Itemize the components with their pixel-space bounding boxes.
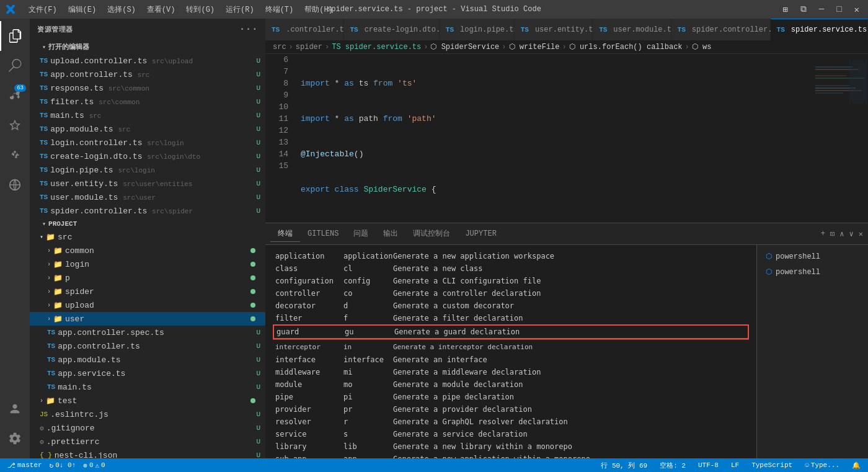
status-notification[interactable]: 🔔 xyxy=(849,461,863,470)
status-encoding[interactable]: UTF-8 xyxy=(696,461,721,469)
breadcrumb-ws[interactable]: ⬡ ws xyxy=(692,42,712,51)
menu-run[interactable]: 运行(R) xyxy=(221,3,259,16)
folder-p[interactable]: › 📁 p xyxy=(30,271,265,285)
breadcrumb-spider[interactable]: spider xyxy=(296,43,322,51)
open-file-create-login[interactable]: TS create-login.dto.ts src\login\dto U xyxy=(30,149,265,163)
file-prettierrc[interactable]: ⚙ .prettierrc U xyxy=(30,435,265,448)
menu-file[interactable]: 文件(F) xyxy=(24,3,62,16)
tab-spider-controller[interactable]: TS spider.controller.ts U xyxy=(671,19,771,40)
terminal-split-icon[interactable]: ⊡ xyxy=(830,229,835,239)
folder-user[interactable]: › 📁 user xyxy=(30,312,265,326)
ts-icon: TS xyxy=(521,26,529,33)
file-app-module[interactable]: TS app.module.ts U xyxy=(30,353,265,367)
close-icon[interactable]: ✕ xyxy=(851,3,863,16)
open-file-app-controller[interactable]: TS app.controller.ts src U xyxy=(30,68,265,81)
open-file-user-entity[interactable]: TS user.entity.ts src\user\entities U xyxy=(30,177,265,190)
opened-editors-chevron: ▾ xyxy=(42,43,46,51)
folder-common[interactable]: › 📁 common xyxy=(30,244,265,257)
project-src-folder[interactable]: ▾ 📁 src xyxy=(30,230,265,244)
tab-user-entity[interactable]: TS user.entity.ts U xyxy=(515,19,593,40)
open-file-upload-controller[interactable]: TS upload.controller.ts src\upload U xyxy=(30,54,265,68)
file-app-controller[interactable]: TS app.controller.ts U xyxy=(30,339,265,353)
terminal-instance-2[interactable]: ⬡ powershell xyxy=(762,265,863,278)
terminal-instance-1[interactable]: ⬡ powershell xyxy=(762,250,863,263)
status-spaces[interactable]: 空格: 2 xyxy=(657,461,688,470)
extensions-icon[interactable] xyxy=(0,140,30,170)
status-feedback[interactable]: ☺ Type... xyxy=(802,461,842,469)
terminal-tab-debug[interactable]: 调试控制台 xyxy=(405,226,458,242)
file-nest-cli[interactable]: { } nest-cli.json U xyxy=(30,448,265,458)
sidebar-more-icon[interactable]: ··· xyxy=(239,24,258,35)
folder-spider[interactable]: › 📁 spider xyxy=(30,285,265,298)
tab-user-module[interactable]: TS user.module.ts U xyxy=(593,19,671,40)
file-main[interactable]: TS main.ts U xyxy=(30,380,265,394)
search-icon[interactable] xyxy=(0,51,30,81)
breadcrumb-src[interactable]: src xyxy=(273,43,286,51)
file-app-controller-spec[interactable]: TS app.controller.spec.ts U xyxy=(30,326,265,339)
open-file-login-pipe[interactable]: TS login.pipe.ts src\login U xyxy=(30,163,265,177)
terminal-tab-output[interactable]: 输出 xyxy=(376,226,405,242)
code-content[interactable]: import * as ts from 'ts' import * as pat… xyxy=(293,54,812,223)
status-branch[interactable]: ⎇ master xyxy=(5,461,45,470)
breadcrumb-callback[interactable]: ⬡ urls.forEach() callback xyxy=(569,42,683,51)
terminal-close-icon[interactable]: ✕ xyxy=(859,229,863,239)
terminal-tab-terminal[interactable]: 终端 xyxy=(270,226,300,242)
svg-rect-9 xyxy=(815,92,843,94)
menu-view[interactable]: 查看(V) xyxy=(142,3,180,16)
source-control-icon[interactable]: 63 xyxy=(0,81,30,110)
breadcrumb-ts[interactable]: TS spider.service.ts xyxy=(332,43,421,51)
split-icon[interactable]: ⧉ xyxy=(797,3,810,16)
open-file-response[interactable]: TS response.ts src\common U xyxy=(30,81,265,95)
breadcrumb: src › spider › TS spider.service.ts › ⬡ … xyxy=(265,40,868,54)
maximize-icon[interactable]: □ xyxy=(833,3,845,16)
terminal-plus-icon[interactable]: + xyxy=(821,229,825,238)
window-title: spider.service.ts - project - Visual Stu… xyxy=(327,5,541,14)
terminal-chevron-down-icon[interactable]: ∨ xyxy=(849,229,854,239)
tab-login-pipe[interactable]: TS login.pipe.ts U xyxy=(440,19,515,40)
menu-select[interactable]: 选择(S) xyxy=(102,3,141,16)
remote-icon[interactable] xyxy=(0,170,30,200)
sidebar-title: 资源管理器 ··· xyxy=(30,19,265,40)
tab-spider-service[interactable]: TS spider.service.ts U ✕ xyxy=(771,19,868,40)
accounts-icon[interactable] xyxy=(0,394,30,424)
open-file-main[interactable]: TS main.ts src U xyxy=(30,109,265,122)
menu-terminal[interactable]: 终端(T) xyxy=(260,3,299,16)
open-file-filter[interactable]: TS filter.ts src\common U xyxy=(30,95,265,109)
folder-upload[interactable]: › 📁 upload xyxy=(30,298,265,312)
open-file-spider-controller[interactable]: TS spider.controller.ts src\spider U xyxy=(30,204,265,218)
file-eslintrc[interactable]: JS .eslintrc.js U xyxy=(30,407,265,421)
explorer-icon[interactable] xyxy=(0,21,30,51)
folder-test[interactable]: › 📁 test xyxy=(30,394,265,407)
menu-goto[interactable]: 转到(G) xyxy=(181,3,219,16)
terminal-main[interactable]: application application Generate a new a… xyxy=(265,245,756,458)
terminal-chevron-up-icon[interactable]: ∧ xyxy=(839,229,844,239)
status-position[interactable]: 行 50, 列 69 xyxy=(598,461,650,470)
terminal-tab-problems[interactable]: 问题 xyxy=(346,226,376,242)
open-file-app-module[interactable]: TS app.module.ts src U xyxy=(30,122,265,136)
tab-controller[interactable]: TS .controller.ts U xyxy=(265,19,343,40)
terminal-tab-jupyter[interactable]: JUPYTER xyxy=(458,227,503,241)
status-language[interactable]: TypeScript xyxy=(749,461,795,469)
file-app-service[interactable]: TS app.service.ts U xyxy=(30,367,265,380)
menu-edit[interactable]: 编辑(E) xyxy=(63,3,102,16)
status-sync[interactable]: ↻ 0↓ 0↑ xyxy=(47,461,79,470)
status-eol[interactable]: LF xyxy=(728,461,742,469)
ts-file-icon: TS xyxy=(40,125,48,133)
open-file-user-module[interactable]: TS user.module.ts src\user U xyxy=(30,190,265,204)
opened-editors-section[interactable]: ▾ 打开的编辑器 xyxy=(30,40,265,54)
file-gitignore[interactable]: ⚙ .gitignore U xyxy=(30,421,265,435)
breadcrumb-method[interactable]: ⬡ writeFile xyxy=(509,42,560,51)
minimize-icon[interactable]: ─ xyxy=(815,3,828,16)
status-errors[interactable]: ⊗ 0 ⚠ 0 xyxy=(81,461,107,470)
open-file-login-controller[interactable]: TS login.controller.ts src\login U xyxy=(30,136,265,149)
breadcrumb-class[interactable]: ⬡ SpiderService xyxy=(430,42,499,51)
cmd-row-middleware: middleware mi Generate a middleware decl… xyxy=(273,366,749,378)
cmd-row-decorator: decorator d Generate a custom decorator xyxy=(273,300,749,312)
layout-icon[interactable]: ⊞ xyxy=(779,3,791,16)
tab-create-login[interactable]: TS create-login.dto.ts U xyxy=(343,19,439,40)
settings-icon[interactable] xyxy=(0,424,30,453)
project-section[interactable]: ▾ PROJECT xyxy=(30,218,265,230)
terminal-tab-gitlens[interactable]: GITLENS xyxy=(300,227,346,241)
folder-login[interactable]: › 📁 login xyxy=(30,257,265,271)
debug-icon[interactable] xyxy=(0,110,30,140)
